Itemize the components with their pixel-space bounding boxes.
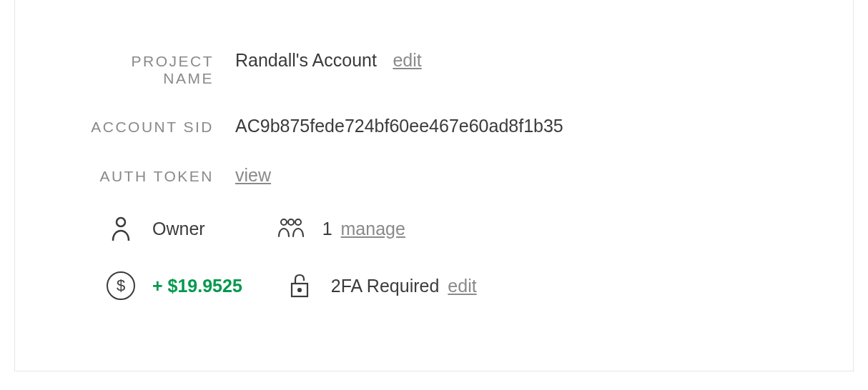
auth-token-row: AUTH TOKEN view — [78, 165, 853, 186]
svg-point-3 — [295, 219, 301, 225]
lock-icon — [285, 271, 314, 300]
auth-token-label: AUTH TOKEN — [78, 168, 235, 185]
users-count-value: 1 — [322, 219, 332, 239]
svg-point-0 — [117, 218, 125, 226]
person-icon — [107, 214, 135, 243]
owner-role-value: Owner — [152, 219, 205, 239]
project-name-value: Randall's Account — [235, 50, 377, 70]
edit-project-name-link[interactable]: edit — [393, 50, 421, 70]
meta-section: Owner 1 manage — [107, 214, 853, 271]
meta-section-row2: $ + $19.9525 2FA Required edit — [107, 271, 853, 329]
account-info-panel: PROJECT NAME Randall's Account edit ACCO… — [14, 0, 854, 371]
svg-point-2 — [288, 219, 294, 225]
balance-value: + $19.9525 — [152, 276, 242, 296]
account-sid-label: ACCOUNT SID — [78, 119, 235, 136]
svg-point-1 — [281, 219, 287, 225]
security-info: 2FA Required edit — [285, 271, 477, 300]
dollar-icon: $ — [107, 271, 135, 300]
account-sid-value: AC9b875fede724bf60ee467e60ad8f1b35 — [235, 116, 563, 136]
account-sid-row: ACCOUNT SID AC9b875fede724bf60ee467e60ad… — [78, 116, 853, 136]
owner-info: Owner — [107, 214, 205, 243]
project-name-row: PROJECT NAME Randall's Account edit — [78, 50, 853, 87]
balance-info: $ + $19.9525 — [107, 271, 242, 300]
view-auth-token-link[interactable]: view — [235, 165, 271, 185]
security-status-value: 2FA Required — [331, 276, 440, 296]
manage-users-link[interactable]: manage — [341, 219, 405, 239]
svg-point-5 — [298, 289, 301, 291]
users-info: 1 manage — [277, 214, 405, 243]
edit-security-link[interactable]: edit — [448, 276, 476, 296]
people-icon — [277, 214, 305, 243]
project-name-label: PROJECT NAME — [78, 53, 235, 87]
